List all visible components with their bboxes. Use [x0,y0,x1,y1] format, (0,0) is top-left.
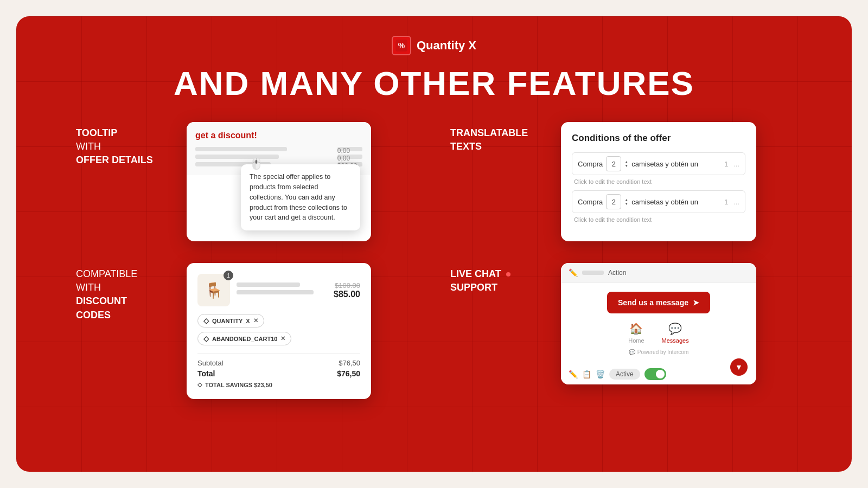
copy-icon[interactable]: 📋 [582,370,591,378]
translatable-card: Conditions of the offer Compra 2 ▲▼ cami… [561,122,756,241]
features-grid: TOOLTIP WITH OFFER DETAILS get a discoun… [76,122,792,399]
main-heading: AND MANY OTHER FEATURES [174,64,694,102]
logo-icon: % [392,36,411,55]
condition-num-right-1: 1 [724,160,728,168]
feature-livechat: LIVE CHAT SUPPORT ✏️ Action Send us a me… [450,263,792,399]
savings-icon: ◇ [197,381,202,388]
feature-livechat-label: LIVE CHAT SUPPORT [450,263,548,294]
livechat-label-bold: LIVE CHAT [450,267,548,281]
total-value: $76,50 [337,369,360,378]
powered-by-text: Powered by Intercom [637,349,689,355]
discount-card: 🪑 1 $100.00 $85.00 ◇ [187,263,371,399]
chevron-down-button[interactable]: ▼ [730,358,748,376]
chat-popup: Send us a message ➤ 🏠 Home 💬 Messages [561,283,756,364]
condition-num-1: 2 [606,156,621,171]
text-blur-2 [195,155,279,159]
action-text: Action [608,269,626,277]
feature-tooltip: TOOLTIP WITH OFFER DETAILS get a discoun… [76,122,418,241]
chat-nav-home[interactable]: 🏠 Home [628,322,644,344]
chat-active-bar: ✏️ 📋 🗑️ Active [561,364,756,384]
savings-label: TOTAL SAVINGS $23,50 [205,382,272,388]
product-info [237,282,327,298]
send-message-button[interactable]: Send us a message ➤ [607,292,710,313]
messages-icon: 💬 [668,322,682,335]
intercom-icon: 💬 [629,349,635,355]
condition-row-2[interactable]: Compra 2 ▲▼ camisetas y obtén un 1 ... [572,190,745,213]
totals: Subtotal $76,50 Total $76,50 ◇ TOTAL SAV… [197,353,360,388]
chat-nav-messages[interactable]: 💬 Messages [662,322,689,344]
translatable-label-bold: TRANSLATABLE [450,126,548,140]
condition-hint-1: Click to edit the condition text [572,178,745,185]
product-qty: 1 [224,271,233,280]
product-bar-1 [237,282,300,287]
trash-icon[interactable]: 🗑️ [596,370,605,378]
condition-num-right-2: 1 [724,198,728,206]
discount-line-1: 0,00 [195,147,362,151]
chat-nav-home-label: Home [628,337,644,344]
tooltip-popup-text: The special offer applies to products fr… [250,173,347,221]
tooltip-label-normal: TOOLTIP WITH [76,126,174,152]
active-toggle[interactable] [644,368,666,380]
action-bar-blur [582,271,604,275]
cart-item-row: 🪑 1 $100.00 $85.00 [197,274,360,306]
product-bar-2 [237,290,314,294]
header: % Quantity X [392,36,476,55]
tooltip-label-bold2: OFFER DETAILS [76,153,174,167]
feature-discount: COMPATIBLEWITH DISCOUNTCODES 🪑 1 $100.00 [76,263,418,399]
active-label: Active [609,369,640,380]
translatable-label-bold2: TEXTS [450,140,548,153]
condition-arrows-2[interactable]: ▲▼ [624,198,628,206]
feature-discount-label: COMPATIBLEWITH DISCOUNTCODES [76,263,174,322]
product-prices: $100.00 $85.00 [334,281,360,299]
coupon-remove-1[interactable]: ✕ [253,317,258,324]
product-img-wrap: 🪑 1 [197,274,230,306]
edit-icon-1[interactable]: ✏️ [569,268,578,277]
feature-tooltip-label: TOOLTIP WITH OFFER DETAILS [76,122,174,168]
send-message-label: Send us a message [618,298,688,307]
discount-label-normal: COMPATIBLEWITH [76,268,137,293]
feature-translatable: TRANSLATABLE TEXTS Conditions of the off… [450,122,792,241]
text-blur-1 [195,147,287,151]
coupon-remove-2[interactable]: ✕ [280,335,285,342]
price-2: 0,00 [337,155,362,159]
coupon-icon-2: ◇ [203,335,209,343]
condition-row-1[interactable]: Compra 2 ▲▼ camisetas y obtén un 1 ... [572,152,745,175]
subtotal-label: Subtotal [197,359,224,367]
chat-actions-bar: ✏️ Action [561,263,756,283]
coupon-tag-1: ◇ QUANTITY_X ✕ [197,314,264,328]
live-dot [506,272,510,277]
condition-label-2: Compra [578,198,603,206]
feature-translatable-label: TRANSLATABLE TEXTS [450,122,548,153]
chevron-down-icon: ▼ [735,363,743,371]
condition-ellipsis-1: ... [731,160,739,168]
edit-icon-2[interactable]: ✏️ [569,370,578,378]
tooltip-card: get a discount! 0,00 0,00 $20,00 [187,122,371,241]
condition-arrows-1[interactable]: ▲▼ [624,160,628,168]
condition-hint-2: Click to edit the condition text [572,216,745,223]
total-label: Total [197,369,215,378]
offer-header-text: get a discount! [195,131,362,140]
cursor-icon: 🖱️ [250,156,263,172]
total-line: Total $76,50 [197,369,360,378]
product-price-old: $100.00 [334,281,360,290]
condition-ellipsis-2: ... [731,198,739,206]
svg-text:%: % [398,41,405,50]
chat-nav-messages-label: Messages [662,337,689,344]
coupon-icon-1: ◇ [203,317,209,325]
coupon-label-1: QUANTITY_X [212,318,250,324]
price-1: 0,00 [337,147,362,151]
condition-num-2: 2 [606,194,621,209]
livechat-card: ✏️ Action Send us a message ➤ 🏠 Home [561,263,756,384]
app-title: Quantity X [417,38,476,53]
discount-label-bold: DISCOUNTCODES [76,294,174,322]
home-icon: 🏠 [629,322,643,335]
discount-line-2: 0,00 [195,155,362,159]
coupon-tag-2: ◇ ABANDONED_CART10 ✕ [197,332,291,345]
savings-line: ◇ TOTAL SAVINGS $23,50 [197,381,360,388]
subtotal-value: $76,50 [339,359,360,367]
main-container: % Quantity X AND MANY OTHER FEATURES TOO… [16,16,852,472]
tooltip-card-inner: get a discount! 0,00 0,00 $20,00 [187,122,371,175]
coupon-label-2: ABANDONED_CART10 [212,336,277,342]
condition-text-2: camisetas y obtén un [631,198,721,206]
intercom-line: 💬 Powered by Intercom [570,349,748,355]
